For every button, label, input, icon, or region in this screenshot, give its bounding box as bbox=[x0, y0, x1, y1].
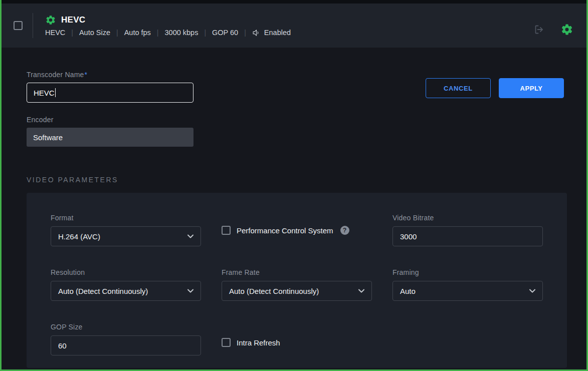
format-label: Format bbox=[51, 214, 201, 222]
settings-form: Transcoder Name* HEVC CANCEL APPLY Encod… bbox=[2, 48, 586, 369]
video-bitrate-field: Video Bitrate bbox=[393, 214, 543, 246]
frame-rate-select[interactable]: Auto (Detect Continuously) bbox=[222, 281, 372, 301]
frame-rate-label: Frame Rate bbox=[222, 268, 372, 276]
format-field: Format H.264 (AVC) bbox=[51, 214, 201, 246]
resolution-select[interactable]: Auto (Detect Continuously) bbox=[51, 281, 201, 301]
intra-refresh-row: Intra Refresh bbox=[222, 338, 372, 347]
transcoder-name-field: Transcoder Name* HEVC bbox=[27, 71, 193, 103]
summary-codec: HEVC bbox=[45, 29, 65, 37]
performance-control-row: Performance Control System ? bbox=[222, 226, 372, 235]
resolution-label: Resolution bbox=[51, 268, 201, 276]
help-icon[interactable]: ? bbox=[340, 226, 349, 235]
frame-rate-value: Auto (Detect Continuously) bbox=[229, 287, 319, 295]
transcoder-settings-page: HEVC HEVC | Auto Size | Auto fps | 3000 … bbox=[0, 0, 588, 371]
header-divider bbox=[33, 13, 33, 38]
encoder-label: Encoder bbox=[27, 116, 564, 124]
framing-value: Auto bbox=[400, 287, 416, 295]
top-strip bbox=[2, 0, 586, 4]
speaker-icon bbox=[252, 29, 261, 37]
title-row: HEVC bbox=[45, 15, 533, 26]
summary-separator: | bbox=[71, 29, 73, 37]
performance-control-field: Performance Control System ? bbox=[222, 214, 372, 246]
page-title: HEVC bbox=[61, 15, 85, 25]
framing-field: Framing Auto bbox=[393, 268, 543, 301]
performance-control-label: Performance Control System bbox=[237, 226, 333, 235]
transcoder-gear-icon bbox=[45, 15, 56, 26]
summary-separator: | bbox=[157, 29, 159, 37]
cancel-button[interactable]: CANCEL bbox=[426, 78, 491, 98]
video-bitrate-label: Video Bitrate bbox=[393, 214, 543, 222]
select-transcoder-checkbox[interactable] bbox=[14, 21, 23, 30]
gop-size-label: GOP Size bbox=[51, 323, 201, 331]
summary-separator: | bbox=[116, 29, 118, 37]
encoder-value: Software bbox=[27, 128, 193, 147]
format-value: H.264 (AVC) bbox=[58, 232, 100, 241]
performance-control-checkbox[interactable] bbox=[222, 226, 231, 235]
chevron-down-icon bbox=[358, 289, 364, 293]
encoder-field: Encoder Software bbox=[27, 116, 564, 147]
transcoder-name-label: Transcoder Name* bbox=[27, 71, 193, 79]
resolution-value: Auto (Detect Continuously) bbox=[58, 287, 148, 295]
empty-cell bbox=[393, 323, 543, 355]
summary-fps: Auto fps bbox=[124, 29, 151, 37]
chevron-down-icon bbox=[187, 289, 193, 293]
export-icon[interactable] bbox=[533, 24, 545, 36]
header-bar: HEVC HEVC | Auto Size | Auto fps | 3000 … bbox=[2, 4, 586, 48]
intra-refresh-field: Intra Refresh bbox=[222, 323, 372, 355]
name-and-actions-row: Transcoder Name* HEVC CANCEL APPLY bbox=[27, 71, 564, 103]
resolution-field: Resolution Auto (Detect Continuously) bbox=[51, 268, 201, 301]
gop-size-input[interactable] bbox=[51, 335, 201, 355]
apply-button[interactable]: APPLY bbox=[499, 78, 564, 98]
framing-label: Framing bbox=[393, 268, 543, 276]
transcoder-name-input[interactable]: HEVC bbox=[27, 83, 193, 103]
video-parameters-heading: VIDEO PARAMETERS bbox=[27, 176, 564, 184]
header-info: HEVC HEVC | Auto Size | Auto fps | 3000 … bbox=[45, 15, 533, 37]
gop-size-field: GOP Size bbox=[51, 323, 201, 355]
video-parameters-grid: Format H.264 (AVC) Performance Control S… bbox=[51, 214, 543, 355]
audio-status: Enabled bbox=[252, 29, 291, 37]
text-caret bbox=[55, 88, 56, 97]
video-parameters-panel: Format H.264 (AVC) Performance Control S… bbox=[27, 193, 567, 368]
summary-size: Auto Size bbox=[79, 29, 110, 37]
intra-refresh-checkbox[interactable] bbox=[222, 338, 231, 347]
transcoder-name-value: HEVC bbox=[34, 89, 55, 97]
summary-separator: | bbox=[244, 29, 246, 37]
summary-gop: GOP 60 bbox=[212, 29, 238, 37]
framing-select[interactable]: Auto bbox=[393, 281, 543, 301]
intra-refresh-label: Intra Refresh bbox=[237, 338, 280, 347]
chevron-down-icon bbox=[187, 234, 193, 238]
video-bitrate-input[interactable] bbox=[393, 226, 543, 246]
transcoder-summary: HEVC | Auto Size | Auto fps | 3000 kbps … bbox=[45, 29, 533, 37]
audio-status-label: Enabled bbox=[264, 29, 291, 37]
format-select[interactable]: H.264 (AVC) bbox=[51, 226, 201, 246]
settings-gear-icon[interactable] bbox=[560, 23, 573, 36]
summary-bitrate: 3000 kbps bbox=[165, 29, 199, 37]
header-actions bbox=[533, 23, 573, 36]
form-actions: CANCEL APPLY bbox=[426, 78, 564, 98]
required-marker: * bbox=[85, 71, 88, 79]
summary-separator: | bbox=[204, 29, 206, 37]
frame-rate-field: Frame Rate Auto (Detect Continuously) bbox=[222, 268, 372, 301]
chevron-down-icon bbox=[529, 289, 535, 293]
